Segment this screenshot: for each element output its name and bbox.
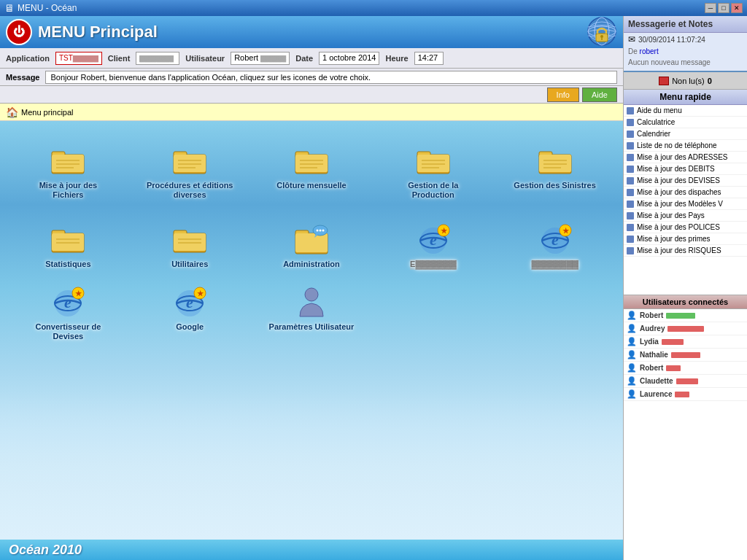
- footer: Océan 2010: [0, 540, 623, 560]
- icon-params[interactable]: Paramètres Utilisateur: [251, 277, 373, 349]
- label-administration: Administration: [283, 260, 340, 269]
- label-production: Gestion de la Production: [390, 181, 477, 200]
- svg-rect-44: [174, 233, 206, 251]
- rapide-item-11[interactable]: Mise à jour des primes: [624, 233, 747, 245]
- rapide-label: Mise à jour des DEVISES: [637, 176, 720, 184]
- svg-text:e: e: [430, 230, 437, 249]
- msg-from-user: robert: [640, 47, 659, 55]
- ocean-wave: [0, 394, 623, 540]
- app-icon: 🖥: [4, 2, 15, 14]
- rapide-item-3[interactable]: Liste de no de téléphone: [624, 140, 747, 152]
- rapide-dot: [627, 247, 634, 254]
- svg-rect-33: [539, 155, 571, 172]
- svg-text:★: ★: [440, 227, 447, 235]
- app-value: TST▓▓▓▓▓▓: [59, 54, 98, 62]
- right-panel: Messagerie et Notes ✉ 30/09/2014 11:07:2…: [623, 16, 747, 560]
- icon-utilitaires[interactable]: Utilitaires: [129, 214, 251, 276]
- rapide-item-0[interactable]: Aide du menu: [624, 105, 747, 117]
- minimize-button[interactable]: ─: [705, 3, 716, 13]
- content-area: Mise à jour des Fichiers: [0, 121, 623, 540]
- label-cloture: Clôture mensuelle: [276, 181, 346, 190]
- rapide-item-6[interactable]: Mise à jour des DEVISES: [624, 175, 747, 187]
- user-name: Robert: [640, 364, 663, 372]
- user-item-5[interactable]: 👤 Claudette: [624, 375, 747, 388]
- user-item-0[interactable]: 👤 Robert: [624, 309, 747, 322]
- ie2-icon: e ★: [538, 222, 573, 257]
- user-avatar-icon: 👤: [627, 350, 637, 359]
- user-item-2[interactable]: 👤 Lydia: [624, 335, 747, 349]
- user-avatar-icon: 👤: [627, 363, 637, 373]
- svg-point-54: [322, 230, 324, 232]
- svg-point-5: [600, 35, 603, 38]
- icon-google[interactable]: e ★ Google: [129, 277, 251, 349]
- icon-sinistres[interactable]: Gestion des Sinistres: [494, 136, 616, 207]
- user-name: Lydia: [640, 338, 659, 346]
- message-label: Message: [6, 73, 39, 82]
- icon-cloture[interactable]: Clôture mensuelle: [251, 136, 373, 207]
- maximize-button[interactable]: □: [718, 3, 729, 13]
- folder-fichiers-icon: [50, 143, 85, 178]
- rapide-label: Mise à jour des Modèles V: [637, 200, 723, 208]
- rapide-dot: [627, 236, 634, 243]
- rapide-item-4[interactable]: Mise à jour des ADRESSES: [624, 152, 747, 163]
- rapide-item-10[interactable]: Mise à jour des POLICES: [624, 222, 747, 233]
- user-value: Robert ▓▓▓▓▓▓: [234, 53, 286, 62]
- app-container: ⏻ MENU Principal: [0, 16, 747, 560]
- folder-statistiques-icon: [50, 222, 85, 257]
- ie-devises-icon: e ★: [50, 284, 85, 319]
- rapide-label: Aide du menu: [637, 106, 682, 114]
- utilisateurs-list: 👤 Robert 👤 Audrey 👤 Lydia 👤 Nathalie 👤 R…: [624, 309, 747, 560]
- user-avatar-icon: 👤: [627, 311, 637, 320]
- menu-rapide-list: Aide du menuCalculatriceCalendrierListe …: [624, 105, 747, 295]
- label-google: Google: [176, 322, 204, 332]
- svg-rect-27: [417, 155, 449, 172]
- user-item-6[interactable]: 👤 Laurence: [624, 388, 747, 401]
- icon-statistiques[interactable]: Statistiques: [7, 214, 129, 276]
- svg-text:e: e: [65, 293, 72, 311]
- close-button[interactable]: ✕: [731, 3, 743, 13]
- title-bar-text: MENU - Océan: [18, 3, 77, 13]
- rapide-item-12[interactable]: Mise à jour des RISQUES: [624, 245, 747, 257]
- user-item-4[interactable]: 👤 Robert: [624, 362, 747, 375]
- messagerie-section: Messagerie et Notes ✉ 30/09/2014 11:07:2…: [624, 16, 747, 72]
- rapide-item-8[interactable]: Mise à jour des Modèles V: [624, 198, 747, 210]
- rapide-dot: [627, 212, 634, 219]
- icon-e2[interactable]: e ★ ▓▓▓▓▓▓▓▓: [494, 214, 616, 276]
- non-lus-label: Non lu(s): [672, 77, 705, 85]
- rapide-dot: [627, 166, 634, 173]
- svg-rect-39: [52, 233, 84, 251]
- user-item-3[interactable]: 👤 Nathalie: [624, 349, 747, 362]
- rapide-item-1[interactable]: Calculatrice: [624, 117, 747, 128]
- icon-administration[interactable]: Administration: [251, 214, 373, 276]
- user-item-1[interactable]: 👤 Audrey: [624, 322, 747, 335]
- app-title: MENU Principal: [38, 23, 158, 42]
- msg-date: 30/09/2014 11:07:24: [638, 36, 705, 44]
- svg-rect-9: [52, 155, 84, 172]
- icon-devises[interactable]: e ★ Convertisseur de Devises: [7, 277, 129, 349]
- rapide-item-7[interactable]: Mise à jour des dispaches: [624, 187, 747, 198]
- aide-button[interactable]: Aide: [582, 88, 617, 102]
- main-panel: ⏻ MENU Principal: [0, 16, 623, 560]
- rapide-label: Mise à jour des POLICES: [637, 223, 720, 231]
- user-bar: [667, 326, 704, 332]
- rapide-item-9[interactable]: Mise à jour des Pays: [624, 210, 747, 222]
- icon-fichiers[interactable]: Mise à jour des Fichiers: [7, 136, 129, 207]
- user-bar: [662, 339, 684, 345]
- rapide-item-5[interactable]: Mise à jour des DEBITS: [624, 163, 747, 175]
- rapide-dot: [627, 201, 634, 208]
- client-field: ▓▓▓▓▓▓▓▓: [136, 52, 179, 65]
- rapide-item-2[interactable]: Calendrier: [624, 128, 747, 140]
- power-icon: ⏻: [6, 19, 32, 45]
- icon-e1[interactable]: e ★ E▓▓▓▓▓▓▓: [372, 214, 494, 276]
- svg-rect-21: [295, 155, 328, 172]
- folder-sinistres-icon: [538, 143, 573, 178]
- envelope-icon: ✉: [628, 34, 635, 44]
- folder-administration-icon: [294, 222, 329, 257]
- icon-procedures[interactable]: Procédures et éditions diverses: [129, 136, 251, 207]
- icon-production[interactable]: Gestion de la Production: [372, 136, 494, 207]
- label-e2: ▓▓▓▓▓▓▓▓: [532, 260, 578, 269]
- info-button[interactable]: Info: [547, 88, 579, 102]
- svg-point-52: [316, 230, 318, 232]
- rapide-label: Calendrier: [637, 130, 670, 138]
- rapide-label: Calculatrice: [637, 118, 675, 126]
